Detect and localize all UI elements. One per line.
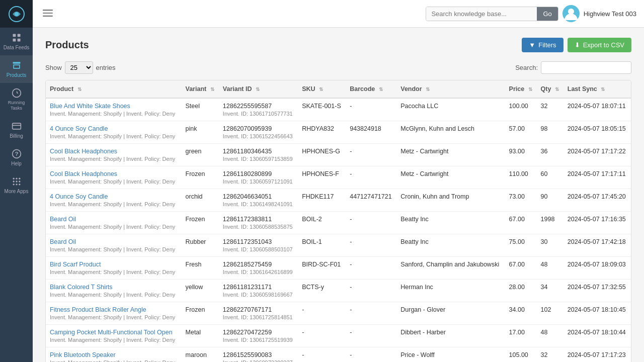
cell-product-11: Pink Bluetooth Speaker Invent. Managemen… xyxy=(46,347,182,363)
header-actions: ▼ Filters ⬇ Export to CSV xyxy=(522,38,631,52)
product-link-0[interactable]: Blue And White Skate Shoes xyxy=(50,103,130,110)
svg-point-19 xyxy=(19,184,20,185)
table-controls: Show 10 25 50 100 entries Search: xyxy=(45,61,631,74)
col-product[interactable]: Product ⇅ xyxy=(46,80,182,98)
cell-variant-id-1: 12862070095939 Invent. ID: 1306152245664… xyxy=(219,121,298,144)
cell-variant-id-3: 12861180280899 Invent. ID: 1306059712109… xyxy=(219,166,298,189)
knowledge-search-input[interactable] xyxy=(426,7,537,21)
cell-variant-6: Rubber xyxy=(182,234,219,257)
cell-sku-9: - xyxy=(298,302,346,325)
product-link-5[interactable]: Beard Oil xyxy=(50,216,76,223)
page-title: Products xyxy=(45,39,89,51)
col-price[interactable]: Price ⇅ xyxy=(505,80,537,98)
cell-vendor-6: Beatty Inc xyxy=(396,234,505,257)
sidebar-item-running-tasks[interactable]: Running Tasks xyxy=(0,83,33,116)
svg-point-15 xyxy=(16,180,17,182)
cell-variant-id-2: 12861180346435 Invent. ID: 1306059715385… xyxy=(219,144,298,166)
svg-rect-22 xyxy=(43,16,53,17)
filters-button[interactable]: ▼ Filters xyxy=(522,38,563,52)
cell-vendor-5: Beatty Inc xyxy=(396,212,505,234)
svg-rect-7 xyxy=(12,123,21,129)
svg-point-18 xyxy=(16,184,17,185)
invent-id-6: Invent. ID: 13060588503107 xyxy=(223,246,294,252)
table-row: Cool Black Headphones Invent. Management… xyxy=(46,166,631,189)
product-link-3[interactable]: Cool Black Headphones xyxy=(50,170,117,177)
search-filter-input[interactable] xyxy=(541,61,631,74)
cell-qty-4: 90 xyxy=(537,189,564,212)
product-link-6[interactable]: Beard Oil xyxy=(50,238,76,245)
show-entries: Show 10 25 50 100 entries xyxy=(45,61,116,74)
cell-last-sync-10: 2024-05-07 18:10:44 xyxy=(564,325,631,347)
invent-id-4: Invent. ID: 13061498241091 xyxy=(223,201,294,207)
topbar: Go Highview Test 003 xyxy=(33,0,644,28)
cell-variant-0: Steel xyxy=(182,98,219,121)
col-sku[interactable]: SKU ⇅ xyxy=(298,80,346,98)
products-table-wrapper: Product ⇅ Variant ⇅ Variant ID ⇅ SKU ⇅ B… xyxy=(45,80,631,362)
product-link-1[interactable]: 4 Ounce Soy Candle xyxy=(50,125,108,132)
product-link-8[interactable]: Blank Colored T Shirts xyxy=(50,284,113,291)
table-row: 4 Ounce Soy Candle Invent. Management: S… xyxy=(46,189,631,212)
cell-qty-11: 32 xyxy=(537,347,564,363)
svg-point-14 xyxy=(13,180,14,182)
user-name: Highview Test 003 xyxy=(584,10,636,18)
main-area: Go Highview Test 003 Products ▼ Filters … xyxy=(33,0,644,362)
svg-text:?: ? xyxy=(15,150,18,157)
search-filter: Search: xyxy=(515,61,631,74)
cell-last-sync-9: 2024-05-07 18:10:45 xyxy=(564,302,631,325)
cell-variant-id-11: 12861525590083 Invent. ID: 1306097238022… xyxy=(219,347,298,363)
product-link-10[interactable]: Camping Pocket Multi-Functional Tool Ope… xyxy=(50,329,173,336)
product-link-11[interactable]: Pink Bluetooth Speaker xyxy=(50,351,116,358)
cell-sku-4: FHDKE117 xyxy=(298,189,346,212)
col-last-sync[interactable]: Last Sync ⇅ xyxy=(564,80,631,98)
invent-id-10: Invent. ID: 13061725519939 xyxy=(223,337,294,343)
cell-variant-5: Frozen xyxy=(182,212,219,234)
cell-barcode-2: - xyxy=(346,144,396,166)
sidebar-item-more-apps[interactable]: More Apps xyxy=(0,171,33,199)
entries-label: entries xyxy=(96,64,116,71)
cell-last-sync-5: 2024-05-07 17:16:35 xyxy=(564,212,631,234)
col-variant-id[interactable]: Variant ID ⇅ xyxy=(219,80,298,98)
product-link-7[interactable]: Bird Scarf Product xyxy=(50,261,101,268)
col-barcode[interactable]: Barcode ⇅ xyxy=(346,80,396,98)
invent-id-3: Invent. ID: 13060597121091 xyxy=(223,178,294,185)
sidebar-item-products[interactable]: Products xyxy=(0,55,33,83)
svg-point-16 xyxy=(19,180,20,182)
cell-qty-0: 32 xyxy=(537,98,564,121)
cell-barcode-8: - xyxy=(346,280,396,302)
cell-barcode-1: 943824918 xyxy=(346,121,396,144)
cell-variant-id-9: 12862270767171 Invent. ID: 1306172581485… xyxy=(219,302,298,325)
cell-product-5: Beard Oil Invent. Management: Shopify | … xyxy=(46,212,182,234)
sidebar-item-products-label: Products xyxy=(7,72,26,78)
product-link-9[interactable]: Fitness Product Black Roller Angle xyxy=(50,306,146,313)
invent-id-1: Invent. ID: 13061522456643 xyxy=(223,133,294,139)
cell-vendor-4: Cronin, Kuhn and Tromp xyxy=(396,189,505,212)
cell-barcode-10: - xyxy=(346,325,396,347)
knowledge-search-go-button[interactable]: Go xyxy=(537,7,557,21)
show-entries-select[interactable]: 10 25 50 100 xyxy=(65,61,93,74)
invent-id-7: Invent. ID: 13061642616899 xyxy=(223,269,294,275)
cell-last-sync-11: 2024-05-07 17:17:23 xyxy=(564,347,631,363)
sort-icon-last-sync: ⇅ xyxy=(601,86,605,92)
product-link-2[interactable]: Cool Black Headphones xyxy=(50,148,117,155)
col-variant[interactable]: Variant ⇅ xyxy=(182,80,219,98)
sidebar-item-data-feeds[interactable]: Data Feeds xyxy=(0,28,33,55)
sidebar: Data Feeds Products Running Tasks Billin… xyxy=(0,0,33,362)
hamburger-menu[interactable] xyxy=(40,6,55,22)
sidebar-item-help[interactable]: ? Help xyxy=(0,144,33,171)
svg-rect-21 xyxy=(43,13,53,14)
col-vendor[interactable]: Vendor ⇅ xyxy=(396,80,505,98)
user-info[interactable]: Highview Test 003 xyxy=(562,5,636,22)
cell-qty-6: 30 xyxy=(537,234,564,257)
product-link-4[interactable]: 4 Ounce Soy Candle xyxy=(50,193,108,200)
cell-barcode-6: - xyxy=(346,234,396,257)
col-qty[interactable]: Qty ⇅ xyxy=(537,80,564,98)
svg-point-17 xyxy=(13,184,14,185)
cell-variant-2: green xyxy=(182,144,219,166)
cell-barcode-5: - xyxy=(346,212,396,234)
cell-product-2: Cool Black Headphones Invent. Management… xyxy=(46,144,182,166)
sidebar-item-billing[interactable]: Billing xyxy=(0,116,33,144)
cell-price-7: 67.00 xyxy=(505,257,537,280)
cell-price-6: 75.00 xyxy=(505,234,537,257)
export-csv-button[interactable]: ⬇ Export to CSV xyxy=(568,38,631,52)
table-row: Fitness Product Black Roller Angle Inven… xyxy=(46,302,631,325)
